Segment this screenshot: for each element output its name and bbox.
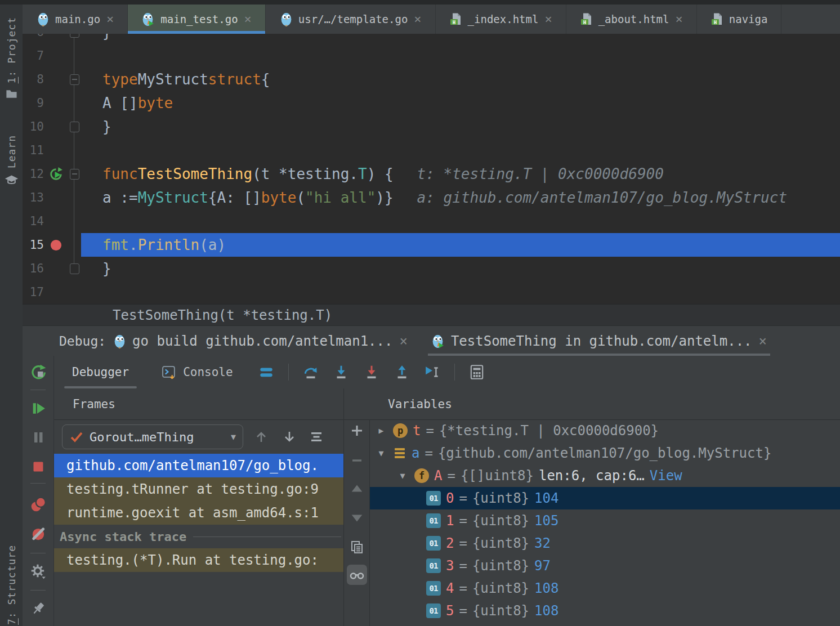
frames-toolbar: Gorout…meThing ▼ bbox=[54, 420, 343, 454]
close-icon[interactable]: × bbox=[759, 334, 767, 348]
toolwindow-button-project[interactable]: 1: Project bbox=[5, 17, 18, 100]
editor-tab-usr---template.go[interactable]: usr/…/template.go× bbox=[266, 5, 436, 34]
debug-session-tab[interactable]: TestSomeThing in github.com/antelm...× bbox=[431, 326, 767, 356]
editor-tab-main.go[interactable]: main.go× bbox=[23, 5, 128, 34]
code-line-15: 15 fmt.Println(a) bbox=[23, 233, 840, 257]
editor-tab-naviga[interactable]: Hnaviga bbox=[697, 5, 782, 34]
code-text[interactable] bbox=[81, 280, 840, 304]
code-text[interactable]: type MyStruct struct { bbox=[81, 68, 840, 91]
add-watch-icon[interactable] bbox=[347, 421, 367, 441]
settings-icon[interactable] bbox=[28, 561, 49, 582]
fold-marker-icon[interactable] bbox=[70, 34, 79, 38]
move-up-icon[interactable] bbox=[347, 479, 367, 499]
stack-frame-row[interactable]: github.com/antelman107/go_blog. bbox=[54, 454, 343, 477]
stack-frame-row[interactable]: runtime.goexit at asm_amd64.s:1 bbox=[54, 501, 343, 525]
evaluate-expression-icon[interactable] bbox=[468, 364, 485, 381]
debug-session-tab-label: TestSomeThing in github.com/antelm... bbox=[451, 333, 752, 349]
mute-breakpoints-icon[interactable] bbox=[28, 523, 49, 544]
code-text[interactable] bbox=[81, 209, 840, 233]
pin-icon[interactable] bbox=[28, 598, 49, 619]
collapse-arrow-icon[interactable]: ▼ bbox=[374, 448, 388, 458]
variable-row[interactable]: 012={uint8}32 bbox=[370, 532, 840, 555]
code-text[interactable] bbox=[81, 138, 840, 162]
force-step-into-icon[interactable] bbox=[363, 364, 380, 381]
equals-sign: = bbox=[459, 558, 467, 574]
variable-row[interactable]: ▼a={github.com/antelman107/go_blog.MyStr… bbox=[370, 442, 840, 464]
editor-tab-_about.html[interactable]: H_about.html× bbox=[566, 5, 697, 34]
debug-session-tab[interactable]: go build github.com/antelman1...× bbox=[113, 326, 408, 356]
code-text[interactable]: fmt.Println(a) bbox=[81, 233, 840, 257]
equals-sign: = bbox=[447, 468, 455, 484]
variable-value: 108 bbox=[534, 603, 558, 619]
tab-console[interactable]: Console bbox=[153, 356, 241, 388]
show-execution-point-icon[interactable] bbox=[258, 364, 275, 381]
variable-row[interactable]: 010={uint8}104 bbox=[370, 487, 840, 509]
close-icon[interactable]: × bbox=[244, 13, 252, 25]
show-watches-icon[interactable] bbox=[347, 565, 367, 585]
goroutine-selector[interactable]: Gorout…meThing ▼ bbox=[62, 424, 243, 449]
close-icon[interactable]: × bbox=[399, 334, 407, 348]
up-icon[interactable] bbox=[252, 428, 270, 446]
code-editor[interactable]: 6}78type MyStruct struct {9 A []byte10}1… bbox=[23, 34, 840, 304]
stack-frame-row[interactable]: testing.(*T).Run at testing.go: bbox=[54, 548, 343, 572]
editor-tab-main_test.go[interactable]: main_test.go× bbox=[128, 5, 266, 34]
expand-arrow-icon[interactable]: ▶ bbox=[374, 426, 388, 436]
equals-sign: = bbox=[459, 513, 467, 529]
variable-row[interactable]: ▶pt={*testing.T | 0xc0000d6900} bbox=[370, 419, 840, 442]
code-text[interactable]: a := MyStruct{A: []byte("hi all")}a: git… bbox=[81, 186, 840, 209]
code-text[interactable]: } bbox=[81, 34, 840, 44]
editor-tab-_index.html[interactable]: H_index.html× bbox=[436, 5, 566, 34]
fold-marker-icon[interactable] bbox=[70, 263, 79, 274]
variable-row[interactable]: 015={uint8}108 bbox=[370, 600, 840, 622]
toolwindow-button-structure[interactable]: 7: Structure bbox=[6, 545, 17, 625]
breadcrumb[interactable]: TestSomeThing(t *testing.T) bbox=[113, 307, 332, 323]
run-test-icon[interactable] bbox=[48, 167, 64, 182]
variable-row[interactable]: 011={uint8}105 bbox=[370, 509, 840, 532]
code-text[interactable]: } bbox=[81, 115, 840, 138]
code-text[interactable]: func TestSomeThing(t *testing.T) {t: *te… bbox=[81, 162, 840, 186]
tab-debugger[interactable]: Debugger bbox=[64, 356, 137, 388]
collapse-arrow-icon[interactable]: ▼ bbox=[396, 471, 409, 481]
variable-value: 108 bbox=[534, 580, 558, 596]
watches-toolbar bbox=[344, 419, 370, 626]
step-out-icon[interactable] bbox=[394, 364, 410, 381]
close-icon[interactable]: × bbox=[106, 13, 114, 25]
duplicate-icon[interactable] bbox=[347, 537, 367, 557]
variable-row[interactable]: 013={uint8}97 bbox=[370, 555, 840, 577]
variable-row[interactable]: ▼fA={[]uint8}len:6, cap:6…View bbox=[370, 464, 840, 487]
code-text[interactable]: A []byte bbox=[81, 91, 840, 115]
fold-marker-icon[interactable] bbox=[70, 122, 79, 132]
inline-debugger-hint: t: *testing.T | 0xc0000d6900 bbox=[417, 166, 664, 182]
fold-marker-icon[interactable] bbox=[70, 169, 79, 180]
step-over-icon[interactable] bbox=[302, 364, 319, 381]
close-icon[interactable]: × bbox=[414, 13, 421, 25]
code-line-11: 11 bbox=[23, 138, 840, 162]
stack-frame-row[interactable]: testing.tRunner at testing.go:9 bbox=[54, 477, 343, 501]
remove-watch-icon[interactable] bbox=[347, 450, 367, 471]
move-down-icon[interactable] bbox=[347, 508, 367, 528]
view-link[interactable]: View bbox=[650, 468, 682, 484]
view-breakpoints-icon[interactable] bbox=[28, 494, 49, 515]
close-icon[interactable]: × bbox=[544, 13, 552, 25]
variable-row[interactable]: 014={uint8}108 bbox=[370, 577, 840, 600]
fold-marker-icon[interactable] bbox=[70, 74, 79, 85]
code-text[interactable] bbox=[81, 44, 840, 68]
run-to-cursor-icon[interactable] bbox=[424, 364, 441, 381]
svg-text:H: H bbox=[583, 20, 586, 25]
breadcrumb-bar: TestSomeThing(t *testing.T) bbox=[23, 304, 840, 325]
code-text[interactable]: } bbox=[81, 257, 840, 280]
down-icon[interactable] bbox=[280, 428, 298, 446]
variables-panel-title: Variables bbox=[388, 397, 452, 411]
toolwindow-button-label: Learn bbox=[6, 135, 17, 168]
breakpoint-icon[interactable] bbox=[50, 239, 62, 252]
editor-tab-label: main_test.go bbox=[160, 13, 238, 25]
toolwindow-button-learn[interactable]: Learn bbox=[5, 135, 19, 186]
pause-icon[interactable] bbox=[28, 427, 49, 448]
step-into-icon[interactable] bbox=[333, 364, 350, 381]
close-icon[interactable]: × bbox=[676, 13, 683, 25]
stop-icon[interactable] bbox=[28, 456, 49, 477]
hide-frames-icon[interactable] bbox=[307, 428, 325, 446]
resume-icon[interactable] bbox=[28, 397, 49, 419]
rerun-icon[interactable] bbox=[28, 361, 49, 383]
svg-text:H: H bbox=[452, 20, 455, 25]
